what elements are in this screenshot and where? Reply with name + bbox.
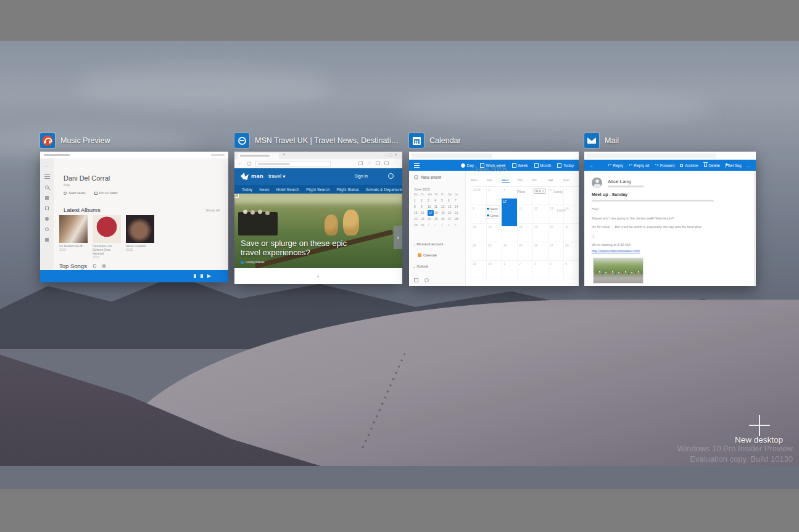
music-card-title: Music Preview xyxy=(40,133,110,148)
artist-actions: Start radio Pin to Start xyxy=(64,191,117,195)
url-field xyxy=(255,161,331,166)
calendar-titlebar xyxy=(409,152,579,160)
refresh-icon xyxy=(247,162,251,166)
mail-body-line: We're starting at 3:30 AM! xyxy=(592,243,702,247)
sender-avatar xyxy=(592,178,602,188)
today-button: Today xyxy=(557,163,574,168)
set-flag-button: Set flag xyxy=(726,163,742,168)
mini-cal-day: 11 xyxy=(434,204,441,210)
radio-icon xyxy=(45,217,49,221)
mail-card-title: Mail xyxy=(584,133,619,148)
mini-cal-day: 15 xyxy=(414,210,421,216)
now-playing-icon xyxy=(45,227,49,231)
event-mj: M & J xyxy=(534,189,545,194)
month-grid-cell xyxy=(502,224,518,242)
new-desktop-plus-icon[interactable] xyxy=(749,415,770,436)
delete-button: Delete xyxy=(704,163,720,168)
main-month-heading: June 2015 xyxy=(473,165,507,173)
album-art xyxy=(126,215,154,243)
month-grid-cell: 3 xyxy=(533,261,549,279)
month-grid-cell: 26 xyxy=(533,242,549,261)
screenshot-frame: Music Preview ← Dani Del Corral Pop Star… xyxy=(0,0,799,532)
msn-nav-item: Flight Status xyxy=(337,187,359,192)
browser-address-bar: ← ☆ ⋯ xyxy=(234,159,402,168)
msn-header: msn travel ▾ Sign in xyxy=(234,168,402,185)
calendar-window-thumbnail[interactable]: Day Work week Week Month Today + New eve… xyxy=(409,152,579,286)
mini-cal-day: 16 xyxy=(421,210,428,216)
mini-cal-day: 9 xyxy=(421,204,428,210)
mini-cal-day: 30 xyxy=(421,223,428,229)
show-all-link: Show all xyxy=(205,208,220,212)
mini-cal-day: 2 xyxy=(434,223,441,229)
event-family: Family xyxy=(553,190,563,194)
safari-vehicle xyxy=(238,212,278,235)
msn-page-footer xyxy=(234,268,402,284)
calendar-app-icon xyxy=(409,133,424,148)
msn-nav: TodayNewsHotel SearchFlight SearchFlight… xyxy=(234,185,402,194)
month-grid-cell: 27 xyxy=(549,242,564,261)
month-view-button: Month xyxy=(534,163,552,168)
month-grid-cell: 15 xyxy=(471,224,487,242)
msn-nav-item: Today xyxy=(242,187,252,192)
album-art xyxy=(59,215,88,243)
mini-cal-day: 5 xyxy=(455,223,462,229)
month-grid-cell: 20 xyxy=(549,224,564,242)
event-chip-2: Climb xyxy=(486,213,499,218)
mini-cal-day: 4 xyxy=(434,198,441,204)
cheetah-2 xyxy=(343,210,359,235)
month-grid-cell: 7 xyxy=(564,187,579,205)
month-grid-cell: 12 xyxy=(533,205,549,224)
hamburger-icon xyxy=(414,163,420,168)
top-songs-heading: Top Songs xyxy=(59,263,106,269)
back-icon: ← xyxy=(45,163,49,168)
cheetah-1 xyxy=(325,215,338,235)
music-titlebar xyxy=(40,152,228,158)
search-icon xyxy=(45,186,49,189)
month-grid-cell: 29 xyxy=(471,261,487,279)
month-grid-cell: 30 xyxy=(487,261,502,279)
crowd-of-walkers xyxy=(595,271,642,276)
mini-cal-day: 3 xyxy=(441,223,448,229)
msn-window-thumbnail[interactable]: + —▢✕ ← ☆ ⋯ msn travel ▾ Sign in xyxy=(234,152,402,284)
artist-name: Dani Del Corral xyxy=(64,174,110,182)
mail-toolbar: ← ↩Reply ↩Reply all ↪Forward Archive Del… xyxy=(584,160,756,171)
new-desktop-button[interactable]: New desktop xyxy=(716,435,799,444)
mini-cal-day: 1 xyxy=(428,223,434,229)
month-grid-cell: 4 xyxy=(549,261,564,279)
msn-nav-item: News xyxy=(259,187,269,192)
mini-cal-day: 14 xyxy=(455,204,462,210)
event-chip-1: Swim xyxy=(486,206,499,211)
mini-cal-day: 22 xyxy=(414,216,421,223)
music-player-bar xyxy=(40,270,228,282)
forward-button: ↪Forward xyxy=(655,163,674,168)
album-item: Cambiaré Los Colores (feat. Vanesa) 2015 xyxy=(93,215,121,259)
mail-window-thumbnail[interactable]: ← ↩Reply ↩Reply all ↪Forward Archive Del… xyxy=(584,152,756,286)
mini-cal-day: 12 xyxy=(441,204,448,210)
mini-cal-day: 7 xyxy=(455,198,462,204)
msn-app-icon xyxy=(234,133,249,148)
latest-albums-heading: Latest Albums xyxy=(64,207,101,213)
msn-brand: msn xyxy=(251,173,263,179)
hamburger-icon xyxy=(44,174,50,179)
mini-cal-day: 10 xyxy=(428,204,434,210)
artists-icon xyxy=(45,207,49,210)
calendar-checkbox-row: Calendar xyxy=(418,253,437,257)
month-grid-cell: 18 xyxy=(518,224,533,242)
month-grid-cell: 2 xyxy=(518,261,533,279)
recipients-line xyxy=(592,200,714,202)
month-grid-cell: 16 xyxy=(487,224,502,242)
msn-section: travel ▾ xyxy=(268,173,285,179)
event-picnic: Picnic xyxy=(517,190,525,194)
month-grid: 27/2823456789101112131415161819202122232… xyxy=(471,186,579,279)
album-item: Un Pedazo de Mí 2015 xyxy=(59,215,88,259)
hero-headline: Save or splurge on these epic travel exp… xyxy=(241,239,358,257)
music-app-icon xyxy=(40,133,55,148)
new-tab-icon: + xyxy=(283,152,285,157)
month-grid-cell: 21 xyxy=(564,224,579,242)
music-window-thumbnail[interactable]: ← Dani Del Corral Pop Start radio Pin to… xyxy=(40,152,228,282)
month-grid-cell: 5 xyxy=(564,261,579,279)
albums-icon xyxy=(45,196,49,200)
mini-cal-day: 19 xyxy=(441,210,448,216)
mini-cal-day: 28 xyxy=(455,216,462,223)
mail-subject: Meet up - Sunday xyxy=(592,192,627,197)
